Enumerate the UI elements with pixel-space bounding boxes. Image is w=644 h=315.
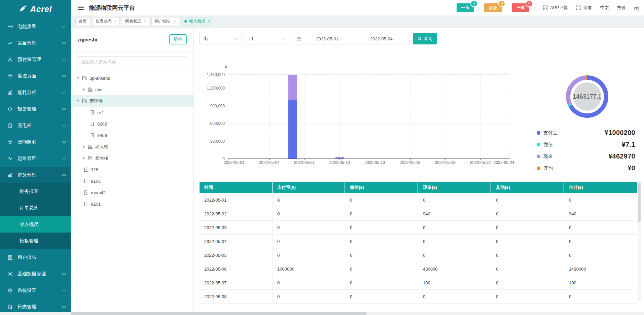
sidebar-item-label: 运维管理 xyxy=(17,155,63,162)
tab-home[interactable]: 首页 xyxy=(75,17,90,26)
tree-node-new-building[interactable]: 新大楼 xyxy=(71,152,193,164)
ops-icon xyxy=(7,156,13,161)
sidebar-item-label: 预付费管理 xyxy=(17,57,63,63)
bar-支付宝-2022-05-06 xyxy=(288,100,297,159)
tree-node-9202[interactable]: 9202 xyxy=(71,118,193,130)
sidebar-item-user-report[interactable]: 用户报告 xyxy=(0,249,71,266)
tree-node-326[interactable]: 326 xyxy=(71,164,193,175)
period-select[interactable]: 日 xyxy=(245,33,289,44)
qr-icon xyxy=(543,5,548,10)
tree-expand-icon[interactable] xyxy=(77,100,79,102)
sidebar-item-system-settings[interactable]: 系统设置 xyxy=(0,282,71,299)
tree-expand-icon[interactable] xyxy=(77,77,79,79)
close-icon[interactable]: × xyxy=(208,20,210,24)
tree-collapse-icon[interactable] xyxy=(83,157,85,160)
table-header-cell: 其他(¥) xyxy=(491,182,564,193)
tab-user-report[interactable]: 用户报告× xyxy=(151,17,179,26)
report-icon xyxy=(7,255,13,260)
tree-node-label: up-ankerui xyxy=(90,76,110,81)
tab-gateway-status[interactable]: 网关状态× xyxy=(122,17,149,26)
legend-color-dot[interactable] xyxy=(537,131,540,135)
search-icon xyxy=(417,36,422,41)
legend-value: ¥0 xyxy=(628,164,635,172)
sidebar-subitem-template-management[interactable]: 模板管理 xyxy=(0,233,71,249)
sidebar-item-smart-lighting[interactable]: 智能照明 xyxy=(0,134,71,150)
menu-toggle-icon[interactable] xyxy=(78,6,84,10)
legend-color-dot[interactable] xyxy=(537,167,540,170)
tab-meter-status[interactable]: 仪表状态× xyxy=(92,17,120,26)
legend-color-dot[interactable] xyxy=(537,155,540,158)
date-range-picker[interactable]: 2022-05-01 ~ 2022-05-24 xyxy=(292,33,410,44)
tree-collapse-icon[interactable] xyxy=(83,88,85,91)
y-axis-labels: 0300,000600,000900,0001,200,0001,430,000 xyxy=(194,75,225,159)
close-icon[interactable]: × xyxy=(114,20,116,24)
tree-node-abc[interactable]: abc xyxy=(71,84,193,95)
tree-node-room42[interactable]: room42 xyxy=(71,187,193,198)
sidebar-item-alarm-management[interactable]: 报警管理 xyxy=(0,101,71,117)
sidebar-subitem-order-overview[interactable]: 订单总览 xyxy=(0,200,71,216)
x-axis-tick xyxy=(228,159,228,160)
meter-icon xyxy=(90,110,95,115)
tree-node-ankerui[interactable]: 安科瑞 xyxy=(71,95,193,107)
sidebar-item-basic-data-management[interactable]: 基础数据管理 xyxy=(0,266,71,282)
alarm-button-general[interactable]: 一般1 xyxy=(457,3,474,12)
meter-icon xyxy=(83,178,88,184)
header-link-theme[interactable]: 主题 xyxy=(617,5,625,11)
legend-label: 其他 xyxy=(543,165,553,171)
sidebar-item-prepaid-management[interactable]: 预付费管理 xyxy=(0,51,71,68)
table-cell: 0 xyxy=(345,248,418,262)
alarm-button-urgent[interactable]: 紧急0 xyxy=(484,3,502,12)
date-end[interactable]: 2022-05-24 xyxy=(357,36,406,41)
sidebar-item-demand-analysis[interactable]: 需量分析 xyxy=(0,35,71,51)
x-axis-tick xyxy=(504,159,504,160)
tree-node-9103[interactable]: 9103 xyxy=(71,175,193,187)
sidebar-item-label: 电能质量 xyxy=(17,24,63,30)
header-link-language[interactable]: 中文 xyxy=(600,5,609,11)
query-button[interactable]: 查询 xyxy=(413,33,437,44)
tree-node-old-building[interactable]: 老大楼 xyxy=(71,141,193,152)
income-table: 时间支付宝(¥)微信(¥)现金(¥)其他(¥)合计(¥) 2022-05-010… xyxy=(200,182,637,304)
sidebar-item-monitoring-page[interactable]: 监控页面 xyxy=(0,68,71,84)
alarm-button-critical[interactable]: 严重0 xyxy=(512,3,529,12)
y-axis-tick-label: 600,000 xyxy=(210,121,225,126)
sidebar-subitem-label: 收入概况 xyxy=(20,221,65,228)
sidebar-item-ops-management[interactable]: 运维管理 xyxy=(0,150,71,167)
table-cell: 0 xyxy=(564,248,637,262)
switch-project-button[interactable]: 切换 xyxy=(169,34,187,44)
tab-income-overview[interactable]: 收入概况× xyxy=(181,17,213,26)
table-scrollbar-thumb[interactable] xyxy=(638,182,641,222)
header-link-fullscreen[interactable]: 全屏 xyxy=(576,5,592,11)
sidebar-item-power-quality[interactable]: 电能质量 xyxy=(0,18,71,35)
horizontal-scrollbar-thumb[interactable] xyxy=(71,312,367,315)
sidebar-item-energy-analysis[interactable]: 能耗分析 xyxy=(0,84,71,101)
header-link-app-download[interactable]: APP下载 xyxy=(543,5,568,11)
x-axis-tick-label: 2022-05-10 xyxy=(329,160,350,165)
date-start[interactable]: 2022-05-01 xyxy=(303,36,352,41)
tree-collapse-icon[interactable] xyxy=(83,145,85,148)
tree-search-input[interactable] xyxy=(77,56,187,67)
close-icon[interactable]: × xyxy=(144,20,146,24)
close-icon[interactable]: × xyxy=(173,20,176,24)
tree-node-9201[interactable]: 9201 xyxy=(71,198,193,210)
meter-icon xyxy=(90,121,95,127)
sidebar-item-charging-pile[interactable]: 充电桩 xyxy=(0,117,71,134)
legend-color-dot[interactable] xyxy=(537,143,540,146)
table-cell: 940 xyxy=(418,207,491,220)
tree-node-3456[interactable]: 3456 xyxy=(71,130,193,141)
tree-node-up-ankerui[interactable]: up-ankerui xyxy=(71,72,193,84)
header-link-user[interactable]: zqj xyxy=(634,5,639,10)
table-row: 2022-05-0800000 xyxy=(200,290,637,304)
table-cell: 0 xyxy=(418,248,491,262)
sidebar-subitem-income-overview[interactable]: 收入概况 xyxy=(0,216,71,233)
sidebar-item-financial-analysis[interactable]: 财务分析 xyxy=(0,167,71,183)
tab-label: 用户报告 xyxy=(155,19,171,24)
table-cell: 0 xyxy=(273,193,345,207)
meter-icon xyxy=(90,133,95,138)
tree-node-rrr1[interactable]: rrr1 xyxy=(71,107,193,118)
sidebar-subitem-financial-report[interactable]: 财务报表 xyxy=(0,183,71,200)
tree-node-label: 9202 xyxy=(97,121,107,127)
energy-type-select[interactable]: 电 xyxy=(199,33,242,44)
building-icon xyxy=(87,144,93,149)
sidebar: Acrel 电能质量需量分析预付费管理监控页面能耗分析报警管理充电桩智能照明运维… xyxy=(0,0,71,315)
table-scrollbar xyxy=(638,182,641,301)
